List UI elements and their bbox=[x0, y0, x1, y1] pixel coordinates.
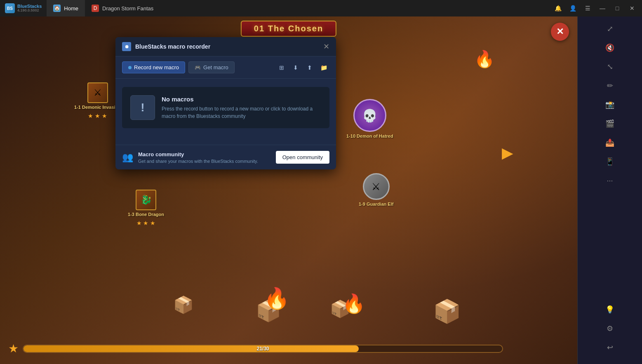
fire-effect-3: 🔥 bbox=[474, 49, 495, 69]
sidebar-settings-btn[interactable]: ⚙ bbox=[602, 320, 618, 337]
progress-star-icon: ★ bbox=[8, 342, 19, 355]
tab-game[interactable]: D Dragon Storm Fantas bbox=[85, 0, 160, 16]
macro-content: ! No macros Press the record button to r… bbox=[115, 79, 336, 145]
macro-toolbar: Record new macro 🎮 Get macro ⊞ ⬇ ⬆ 📁 bbox=[115, 56, 336, 79]
level-1-3-label: 1-3 Bone Dragon bbox=[128, 212, 164, 217]
sidebar-fullscreen-btn[interactable]: ⤡ bbox=[602, 59, 618, 75]
no-macros-icon: ! bbox=[130, 95, 155, 120]
macro-dialog-header: ⏺ BlueStacks macro recorder ✕ bbox=[115, 37, 336, 56]
level-1-1-icon: ⚔ bbox=[87, 82, 108, 103]
macro-dialog: ⏺ BlueStacks macro recorder ✕ Record new… bbox=[115, 37, 336, 169]
arrow-pointer: ▶ bbox=[502, 144, 513, 162]
level-1-3-icon: 🐉 bbox=[136, 190, 156, 210]
bluestacks-logo: BS BlueStacks 4.190.0.5002 bbox=[0, 3, 47, 13]
maximize-btn[interactable]: □ bbox=[611, 2, 624, 14]
game-tab-label: Dragon Storm Fantas bbox=[102, 5, 153, 12]
get-macro-label: Get macro bbox=[203, 64, 228, 70]
treasure-chest-1: 📦 bbox=[173, 295, 194, 315]
game-top-banner: 01 The Chosen bbox=[241, 21, 336, 37]
grid-icon-btn[interactable]: ⊞ bbox=[276, 62, 287, 73]
game-title: 01 The Chosen bbox=[254, 24, 323, 33]
toolbar-icons: ⊞ ⬇ ⬆ 📁 bbox=[276, 62, 329, 73]
level-1-1-node[interactable]: ⚔ 1-1 Demonic Invasion ★ ★ ★ bbox=[74, 82, 121, 119]
sidebar-more-btn[interactable]: ··· bbox=[602, 172, 618, 189]
notification-btn[interactable]: 🔔 bbox=[551, 2, 564, 14]
record-dot-icon bbox=[128, 66, 132, 69]
level-1-10-label: 1-10 Demon of Hatred bbox=[346, 134, 393, 139]
sidebar-screenshot-btn[interactable]: 📸 bbox=[602, 96, 618, 113]
macro-dialog-title: ⏺ BlueStacks macro recorder bbox=[122, 42, 210, 51]
bluestacks-icon: BS bbox=[5, 3, 15, 13]
treasure-chest-4: 📦 bbox=[433, 298, 461, 325]
get-macro-button[interactable]: 🎮 Get macro bbox=[188, 61, 235, 73]
sidebar-record-video-btn[interactable]: 🎬 bbox=[602, 115, 618, 132]
menu-btn[interactable]: ☰ bbox=[581, 2, 594, 14]
account-btn[interactable]: 👤 bbox=[566, 2, 579, 14]
folder-icon-btn[interactable]: 📁 bbox=[318, 62, 329, 73]
level-1-10-icon: 💀 bbox=[353, 99, 386, 132]
sidebar-phone-btn[interactable]: 📱 bbox=[602, 153, 618, 170]
open-community-button[interactable]: Open community bbox=[276, 151, 329, 164]
progress-fill bbox=[24, 345, 359, 352]
level-1-3-stars: ★ ★ ★ bbox=[136, 220, 156, 226]
level-1-1-label: 1-1 Demonic Invasion bbox=[74, 105, 121, 110]
close-btn[interactable]: ✕ bbox=[626, 2, 639, 14]
level-1-9-node[interactable]: ⚔ 1-9 Guardian Elf bbox=[359, 173, 393, 207]
right-sidebar: ⤢ 🔇 ⤡ ✏ 📸 🎬 📤 📱 ··· 💡 ⚙ ↩ bbox=[577, 16, 642, 364]
sidebar-expand-btn[interactable]: ⤢ bbox=[602, 21, 618, 37]
level-1-1-stars: ★ ★ ★ bbox=[88, 113, 107, 119]
no-macros-heading: No macros bbox=[162, 96, 321, 103]
open-community-label: Open community bbox=[282, 154, 323, 160]
home-tab-label: Home bbox=[64, 5, 78, 12]
sidebar-back-btn[interactable]: ↩ bbox=[602, 339, 618, 356]
home-tab-icon: 🏠 bbox=[53, 5, 61, 12]
sidebar-volume-btn[interactable]: 🔇 bbox=[602, 40, 618, 56]
tab-home[interactable]: 🏠 Home bbox=[47, 0, 85, 16]
no-macros-text: No macros Press the record button to rec… bbox=[162, 96, 321, 120]
import-icon-btn[interactable]: ⬇ bbox=[290, 62, 301, 73]
game-area: 01 The Chosen ✕ ⚔ 1-1 Demonic Invasion ★… bbox=[0, 16, 577, 364]
community-text: Macro community Get and share your macro… bbox=[138, 151, 271, 164]
macro-community-section: 👥 Macro community Get and share your mac… bbox=[115, 145, 336, 169]
progress-track: 21/30 bbox=[23, 345, 503, 353]
macro-recorder-icon: ⏺ bbox=[122, 42, 131, 51]
get-macro-icon: 🎮 bbox=[195, 65, 201, 70]
sidebar-light-btn[interactable]: 💡 bbox=[602, 301, 618, 318]
level-1-9-icon: ⚔ bbox=[363, 173, 390, 200]
export-icon-btn[interactable]: ⬆ bbox=[304, 62, 315, 73]
game-close-button[interactable]: ✕ bbox=[551, 23, 569, 41]
record-new-label: Record new macro bbox=[134, 64, 179, 70]
community-description: Get and share your macros with the BlueS… bbox=[138, 159, 271, 164]
progress-text: 21/30 bbox=[256, 346, 269, 352]
community-heading: Macro community bbox=[138, 151, 271, 157]
game-tab-icon: D bbox=[92, 5, 99, 12]
no-macros-description: Press the record button to record a new … bbox=[162, 105, 321, 120]
sidebar-share-btn[interactable]: 📤 bbox=[602, 134, 618, 151]
level-1-9-label: 1-9 Guardian Elf bbox=[359, 202, 393, 207]
level-1-3-node[interactable]: 🐉 1-3 Bone Dragon ★ ★ ★ bbox=[128, 190, 164, 226]
level-1-10-node[interactable]: 💀 1-10 Demon of Hatred bbox=[346, 99, 393, 139]
title-bar-left: BS BlueStacks 4.190.0.5002 🏠 Home D Drag… bbox=[0, 0, 160, 16]
no-macros-box: ! No macros Press the record button to r… bbox=[122, 87, 329, 128]
title-bar-right: 🔔 👤 ☰ — □ ✕ bbox=[551, 2, 642, 14]
macro-dialog-title-text: BlueStacks macro recorder bbox=[135, 43, 210, 50]
title-bar: BS BlueStacks 4.190.0.5002 🏠 Home D Drag… bbox=[0, 0, 642, 16]
dialog-close-button[interactable]: ✕ bbox=[323, 43, 329, 50]
minimize-btn[interactable]: — bbox=[596, 2, 609, 14]
progress-bar-area: ★ 21/30 bbox=[8, 341, 503, 356]
fire-effect-2: 🔥 bbox=[342, 293, 365, 315]
community-icon: 👥 bbox=[122, 152, 133, 163]
record-new-macro-button[interactable]: Record new macro bbox=[122, 61, 185, 73]
sidebar-edit-btn[interactable]: ✏ bbox=[602, 77, 618, 94]
fire-effect-1: 🔥 bbox=[264, 287, 289, 310]
app-version: 4.190.0.5002 bbox=[17, 9, 42, 13]
